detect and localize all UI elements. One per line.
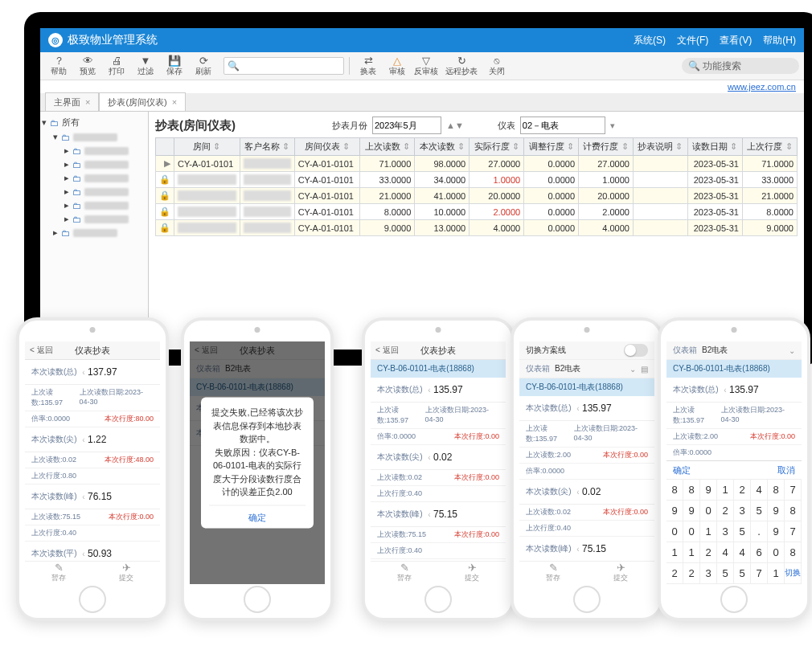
total-reading-row[interactable]: 本次读数(总)‹135.97 (371, 378, 506, 403)
remote-read-button[interactable]: ↻远程抄表 (441, 54, 482, 78)
tree-item[interactable]: ▸🗀 (64, 212, 146, 226)
site-link[interactable]: www.jeez.com.cn (728, 82, 796, 92)
chevron-down-icon: ⌄ (630, 365, 636, 374)
home-button[interactable] (424, 586, 452, 613)
temp-save-button[interactable]: ✎暂存 (371, 562, 438, 584)
kbd-ok-button[interactable]: 确定 (673, 464, 691, 476)
toolbar-search[interactable]: 🔍 (224, 57, 344, 75)
scan-icon[interactable]: ▤ (641, 365, 648, 374)
save-icon: ✎ (549, 563, 558, 573)
column-header[interactable]: 实际行度 ⇕ (470, 138, 524, 156)
filter-icon: ▼ (141, 55, 151, 66)
sharp-reading-row[interactable]: 本次读数(尖)‹0.02 (519, 480, 654, 505)
search-icon: 🔍 (688, 60, 700, 72)
meter-box-row[interactable]: 仪表箱B2电表⌄ (666, 341, 802, 360)
column-header[interactable]: 调整行度 ⇕ (524, 138, 579, 156)
month-spinner[interactable]: ▲▼ (446, 121, 464, 130)
submit-button[interactable]: ✈提交 (92, 562, 160, 584)
home-button[interactable] (720, 586, 748, 613)
preview-button[interactable]: 👁预览 (74, 54, 101, 78)
nav-tree[interactable]: ▾🗀所有 ▾🗀 ▸🗀 ▸🗀 ▸🗀 ▸🗀 ▸🗀 ▸🗀 ▸🗀 (40, 112, 149, 345)
room-header: CY-B-06-0101-电表(18868) (519, 378, 654, 396)
filter-button[interactable]: ▼过滤 (132, 54, 159, 78)
table-row[interactable]: ▶ CY-A-01-0101 CY-A-01-0101 71.000098.00… (156, 156, 798, 172)
unaudit-button[interactable]: ▽反审核 (412, 54, 440, 78)
tree-item[interactable]: ▸🗀 (64, 185, 146, 198)
modal-ok-button[interactable]: 确定 (209, 505, 306, 529)
month-label: 抄表月份 (332, 120, 367, 132)
print-button[interactable]: 🖨打印 (103, 54, 130, 78)
save-button[interactable]: 💾保存 (161, 54, 188, 78)
print-icon: 🖨 (112, 55, 122, 66)
back-button[interactable]: < 返回 (30, 345, 53, 356)
column-header[interactable]: 客户名称 ⇕ (240, 138, 294, 156)
kbd-cancel-button[interactable]: 取消 (777, 464, 795, 476)
column-header[interactable]: 抄表说明 ⇕ (633, 138, 687, 156)
column-header[interactable]: 本次读数 ⇕ (415, 138, 470, 156)
close-icon[interactable]: × (85, 97, 90, 107)
menu-view[interactable]: 查看(V) (720, 34, 752, 47)
close-button[interactable]: ⍉关闭 (483, 54, 511, 78)
tree-item[interactable]: ▸🗀 (64, 198, 146, 212)
switch-route-row[interactable]: 切换方案线 (519, 341, 654, 360)
close-icon[interactable]: × (172, 97, 177, 107)
sharp-reading-row[interactable]: 本次读数(尖)‹0.02 (371, 445, 506, 470)
column-header[interactable]: 上次行度 ⇕ (742, 138, 797, 156)
tab-meter-reading[interactable]: 抄表(房间仪表)× (99, 92, 186, 111)
tree-item[interactable]: ▸🗀 (53, 226, 146, 239)
peak-reading-row[interactable]: 本次读数(峰)‹75.15 (371, 502, 506, 527)
total-reading-row[interactable]: 本次读数(总)‹137.97 (25, 360, 160, 385)
sharp-reading-row[interactable]: 本次读数(尖)‹1.22 (25, 427, 160, 452)
month-select[interactable] (372, 117, 441, 134)
folder-icon: 🗀 (72, 215, 81, 224)
folder-icon: 🗀 (61, 228, 70, 238)
table-row[interactable]: 🔒 CY-A-01-0101 33.000034.00001.0000 0.00… (156, 172, 798, 188)
toggle-switch[interactable] (624, 344, 648, 357)
total-reading-row[interactable]: 本次读数(总)‹135.97 (519, 396, 654, 421)
switch-icon: ⇄ (364, 55, 373, 66)
help-button[interactable]: ？帮助 (45, 54, 72, 78)
folder-icon: 🗀 (50, 118, 59, 128)
tree-item[interactable]: ▾🗀 (53, 130, 146, 144)
dropdown-icon[interactable]: ▾ (610, 121, 615, 131)
submit-button[interactable]: ✈提交 (587, 562, 654, 584)
kbd-switch-button[interactable]: 切换 (784, 562, 802, 584)
flat-reading-row[interactable]: 本次读数(平)‹50.93 (25, 542, 160, 561)
meter-label: 仪表 (498, 120, 515, 132)
total-reading-row[interactable]: 本次读数(总)‹135.97 (666, 378, 802, 403)
column-header[interactable]: 读数日期 ⇕ (687, 138, 742, 156)
menu-system[interactable]: 系统(S) (634, 34, 666, 47)
tree-root[interactable]: ▾🗀所有 (42, 115, 146, 130)
search-icon: 🔍 (228, 60, 240, 72)
temp-save-button[interactable]: ✎暂存 (25, 562, 92, 584)
table-row[interactable]: 🔒 CY-A-01-0101 9.000013.00004.0000 0.000… (156, 220, 798, 236)
switch-meter-button[interactable]: ⇄换表 (355, 54, 382, 78)
tab-main[interactable]: 主界面× (45, 92, 99, 111)
refresh-button[interactable]: ⟳刷新 (190, 54, 217, 78)
column-header[interactable]: 房间 ⇕ (174, 138, 240, 156)
toolbar: ？帮助 👁预览 🖨打印 ▼过滤 💾保存 ⟳刷新 🔍 ⇄换表 △审核 ▽反审核 ↻… (40, 52, 804, 80)
home-button[interactable] (244, 586, 271, 613)
tree-item[interactable]: ▸🗀 (64, 144, 146, 157)
column-header[interactable]: 计费行度 ⇕ (579, 138, 634, 156)
tree-item[interactable]: ▸🗀 (64, 171, 146, 185)
home-button[interactable] (79, 586, 106, 613)
column-header[interactable]: 上次读数 ⇕ (360, 138, 415, 156)
back-button[interactable]: < 返回 (375, 345, 399, 356)
table-row[interactable]: 🔒 CY-A-01-0101 21.000041.000020.0000 0.0… (156, 188, 798, 204)
tree-item[interactable]: ▸🗀 (64, 157, 146, 171)
peak-reading-row[interactable]: 本次读数(峰)‹76.15 (25, 484, 160, 509)
column-header[interactable]: 房间仪表 ⇕ (294, 138, 360, 156)
temp-save-button[interactable]: ✎暂存 (519, 562, 587, 584)
home-button[interactable] (573, 586, 601, 613)
peak-reading-row[interactable]: 本次读数(峰)‹75.15 (519, 537, 654, 561)
submit-button[interactable]: ✈提交 (438, 562, 506, 584)
meter-box-row[interactable]: 仪表箱B2电表⌄▤ (519, 360, 654, 378)
function-search[interactable]: 🔍 功能搜索 (682, 58, 799, 74)
data-grid[interactable]: 房间 ⇕客户名称 ⇕房间仪表 ⇕上次读数 ⇕本次读数 ⇕实际行度 ⇕调整行度 ⇕… (155, 137, 798, 236)
menu-file[interactable]: 文件(F) (677, 34, 708, 47)
menu-help[interactable]: 帮助(H) (763, 34, 796, 47)
audit-button[interactable]: △审核 (383, 54, 411, 78)
table-row[interactable]: 🔒 CY-A-01-0101 8.000010.00002.0000 0.000… (156, 204, 798, 220)
meter-select[interactable] (520, 117, 605, 134)
